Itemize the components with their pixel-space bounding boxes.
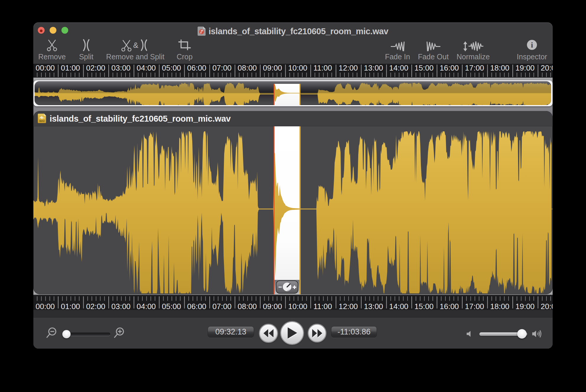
svg-text:02:00: 02:00 — [86, 302, 105, 311]
svg-text:17:00: 17:00 — [465, 302, 484, 311]
svg-text:05:00: 05:00 — [162, 302, 181, 311]
svg-text:03:00: 03:00 — [111, 64, 131, 72]
svg-text:11:00: 11:00 — [313, 64, 332, 72]
svg-text:i: i — [531, 41, 533, 49]
svg-text:04:00: 04:00 — [137, 64, 156, 72]
svg-text:16:00: 16:00 — [440, 64, 459, 72]
svg-text:05:00: 05:00 — [162, 64, 181, 72]
svg-text:16:00: 16:00 — [440, 302, 459, 311]
svg-text:04:00: 04:00 — [137, 302, 156, 311]
svg-text:01:00: 01:00 — [61, 302, 80, 311]
svg-text:13:00: 13:00 — [364, 302, 383, 311]
svg-text:15:00: 15:00 — [414, 302, 434, 311]
svg-text:08:00: 08:00 — [238, 64, 257, 72]
svg-text:11:00: 11:00 — [313, 302, 332, 311]
svg-text:10:00: 10:00 — [288, 64, 307, 72]
svg-text:02:00: 02:00 — [86, 64, 105, 72]
svg-text:00:00: 00:00 — [36, 64, 55, 72]
svg-text:19:00: 19:00 — [515, 302, 535, 311]
svg-text:20:00: 20:00 — [541, 302, 553, 311]
svg-text:12:00: 12:00 — [339, 302, 358, 311]
svg-text:03:00: 03:00 — [111, 302, 131, 311]
svg-text:13:00: 13:00 — [364, 64, 383, 72]
svg-text:06:00: 06:00 — [187, 64, 206, 72]
svg-text:20:00: 20:00 — [541, 64, 553, 72]
svg-text:07:00: 07:00 — [212, 64, 232, 72]
svg-text:01:00: 01:00 — [61, 64, 80, 72]
svg-text:07:00: 07:00 — [212, 302, 232, 311]
svg-text:09:00: 09:00 — [263, 302, 282, 311]
svg-text:14:00: 14:00 — [389, 64, 408, 72]
svg-text:12:00: 12:00 — [339, 64, 358, 72]
svg-text:09:00: 09:00 — [263, 64, 282, 72]
svg-text:17:00: 17:00 — [465, 64, 484, 72]
svg-text:18:00: 18:00 — [490, 302, 510, 311]
svg-text:10:00: 10:00 — [288, 302, 307, 311]
svg-text:06:00: 06:00 — [187, 302, 206, 311]
svg-text:14:00: 14:00 — [389, 302, 408, 311]
svg-text:19:00: 19:00 — [515, 64, 535, 72]
svg-text:18:00: 18:00 — [490, 64, 510, 72]
svg-text:00:00: 00:00 — [36, 302, 55, 311]
svg-text:15:00: 15:00 — [414, 64, 434, 72]
svg-text:WAV: WAV — [39, 120, 45, 122]
svg-text:08:00: 08:00 — [238, 302, 257, 311]
svg-text:&: & — [133, 41, 138, 50]
